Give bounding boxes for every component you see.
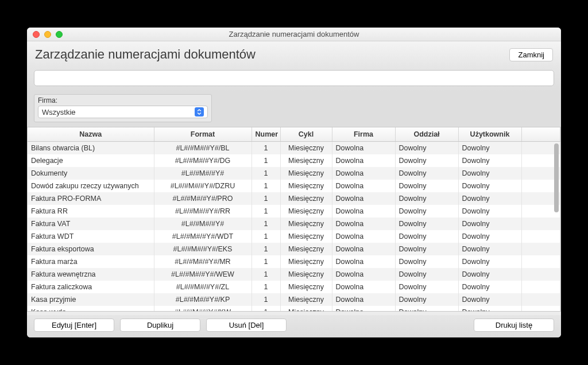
cell-oddzial: Dowolny (395, 293, 458, 306)
cell-oddzial: Dowolny (395, 205, 458, 218)
cell-format: #L#/#M#/#Y# (154, 218, 252, 230)
cell-firma: Dowolna (332, 255, 395, 268)
print-button[interactable]: Drukuj listę (474, 319, 554, 332)
cell-oddzial: Dowolny (395, 243, 458, 255)
table-row[interactable]: Faktura marża#L#/#M#/#Y#/MR1MiesięcznyDo… (28, 255, 560, 268)
cell-blank (521, 293, 560, 306)
cell-numer: 1 (252, 306, 280, 312)
cell-uzytkownik: Dowolny (458, 192, 521, 205)
column-blank (521, 127, 560, 142)
table-row[interactable]: Faktura eksportowa#L#/#M#/#Y#/EKS1Miesię… (28, 243, 560, 255)
cell-uzytkownik: Dowolny (458, 306, 521, 312)
table-row[interactable]: Dokumenty#L#/#M#/#Y#1MiesięcznyDowolnaDo… (28, 167, 560, 180)
table-row[interactable]: Kasa przyjmie#L#/#M#/#Y#/KP1MiesięcznyDo… (28, 293, 560, 306)
cell-numer: 1 (252, 180, 280, 192)
minimize-icon[interactable] (44, 31, 51, 38)
table-row[interactable]: Kasa wyda#L#/#M#/#Y#/KW1MiesięcznyDowoln… (28, 306, 560, 312)
cell-cykl: Miesięczny (280, 255, 332, 268)
firma-select[interactable]: Wszystkie (38, 106, 208, 118)
cell-blank (521, 230, 560, 243)
cell-nazwa: Faktura eksportowa (28, 243, 154, 255)
cell-firma: Dowolna (332, 306, 395, 312)
cell-firma: Dowolna (332, 142, 395, 155)
cell-nazwa: Faktura zaliczkowa (28, 281, 154, 293)
cell-uzytkownik: Dowolny (458, 293, 521, 306)
cell-nazwa: Kasa przyjmie (28, 293, 154, 306)
cell-format: #L#/#M#/#Y#/EKS (154, 243, 252, 255)
column-oddzial[interactable]: Oddział (395, 127, 458, 142)
cell-firma: Dowolna (332, 281, 395, 293)
cell-format: #L#/#M#/#Y#/PRO (154, 192, 252, 205)
table-row[interactable]: Delegacje#L#/#M#/#Y#/DG1MiesięcznyDowoln… (28, 154, 560, 167)
cell-format: #L#/#M#/#Y#/KP (154, 293, 252, 306)
table-row[interactable]: Faktura RR#L#/#M#/#Y#/RR1MiesięcznyDowol… (28, 205, 560, 218)
cell-numer: 1 (252, 230, 280, 243)
cell-blank (521, 281, 560, 293)
cell-firma: Dowolna (332, 218, 395, 230)
table-row[interactable]: Dowód zakupu rzeczy używanych#L#/#M#/#Y#… (28, 180, 560, 192)
window-title: Zarządzanie numeracjami dokumentów (27, 30, 561, 38)
edit-button[interactable]: Edytuj [Enter] (34, 319, 114, 332)
cell-cykl: Miesięczny (280, 268, 332, 281)
cell-firma: Dowolna (332, 268, 395, 281)
cell-format: #L#/#M#/#Y#/BL (154, 142, 252, 155)
cell-blank (521, 243, 560, 255)
table-row[interactable]: Faktura WDT#L#/#M#/#Y#/WDT1MiesięcznyDow… (28, 230, 560, 243)
duplicate-button[interactable]: Duplikuj (120, 319, 200, 332)
cell-cykl: Miesięczny (280, 192, 332, 205)
firma-select-value: Wszystkie (42, 108, 76, 117)
column-format[interactable]: Format (154, 127, 252, 142)
data-table-wrap: Nazwa Format Numer Cykl Firma Oddział Uż… (27, 127, 561, 312)
table-row[interactable]: Faktura VAT#L#/#M#/#Y#1MiesięcznyDowolna… (28, 218, 560, 230)
cell-numer: 1 (252, 142, 280, 155)
cell-cykl: Miesięczny (280, 180, 332, 192)
cell-firma: Dowolna (332, 192, 395, 205)
cell-oddzial: Dowolny (395, 230, 458, 243)
column-uzytkownik[interactable]: Użytkownik (458, 127, 521, 142)
search-input[interactable] (34, 70, 554, 86)
scrollbar-vertical[interactable] (554, 143, 559, 212)
cell-uzytkownik: Dowolny (458, 180, 521, 192)
cell-nazwa: Faktura wewnętrzna (28, 268, 154, 281)
close-button[interactable]: Zamknij (509, 48, 553, 61)
table-row[interactable]: Faktura zaliczkowa#L#/#M#/#Y#/ZL1Miesięc… (28, 281, 560, 293)
column-cykl[interactable]: Cykl (280, 127, 332, 142)
cell-oddzial: Dowolny (395, 281, 458, 293)
table-row[interactable]: Faktura PRO-FORMA#L#/#M#/#Y#/PRO1Miesięc… (28, 192, 560, 205)
cell-nazwa: Dokumenty (28, 167, 154, 180)
table-row[interactable]: Bilans otwarcia (BL)#L#/#M#/#Y#/BL1Miesi… (28, 142, 560, 155)
cell-blank (521, 218, 560, 230)
cell-numer: 1 (252, 243, 280, 255)
table-body: Bilans otwarcia (BL)#L#/#M#/#Y#/BL1Miesi… (28, 142, 560, 312)
cell-uzytkownik: Dowolny (458, 230, 521, 243)
cell-firma: Dowolna (332, 230, 395, 243)
cell-cykl: Miesięczny (280, 306, 332, 312)
column-numer[interactable]: Numer (252, 127, 280, 142)
cell-uzytkownik: Dowolny (458, 154, 521, 167)
delete-button[interactable]: Usuń [Del] (206, 319, 287, 332)
cell-blank (521, 306, 560, 312)
cell-firma: Dowolna (332, 180, 395, 192)
cell-nazwa: Faktura PRO-FORMA (28, 192, 154, 205)
cell-blank (521, 268, 560, 281)
cell-oddzial: Dowolny (395, 192, 458, 205)
cell-uzytkownik: Dowolny (458, 255, 521, 268)
cell-uzytkownik: Dowolny (458, 243, 521, 255)
column-firma[interactable]: Firma (332, 127, 395, 142)
table-row[interactable]: Faktura wewnętrzna#L#/#M#/#Y#/WEW1Miesię… (28, 268, 560, 281)
page-title: Zarządzanie numeracjami dokumentów (35, 47, 256, 62)
footer-bar: Edytuj [Enter] Duplikuj Usuń [Del] Druku… (27, 315, 561, 337)
cell-format: #L#/#M#/#Y#/WDT (154, 230, 252, 243)
cell-cykl: Miesięczny (280, 154, 332, 167)
close-icon[interactable] (33, 31, 40, 38)
cell-uzytkownik: Dowolny (458, 268, 521, 281)
titlebar: Zarządzanie numeracjami dokumentów (27, 28, 561, 41)
cell-format: #L#/#M#/#Y#/MR (154, 255, 252, 268)
cell-format: #L#/#M#/#Y#/WEW (154, 268, 252, 281)
cell-oddzial: Dowolny (395, 218, 458, 230)
cell-numer: 1 (252, 268, 280, 281)
cell-oddzial: Dowolny (395, 306, 458, 312)
column-nazwa[interactable]: Nazwa (28, 127, 154, 142)
zoom-icon[interactable] (56, 31, 63, 38)
cell-numer: 1 (252, 281, 280, 293)
